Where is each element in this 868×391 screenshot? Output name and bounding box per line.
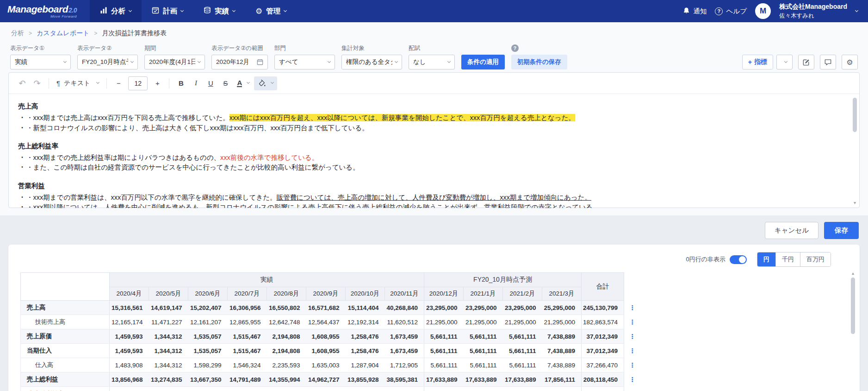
redo-button[interactable]: ↷ (30, 76, 44, 90)
row-menu-icon[interactable]: ⋮ (624, 372, 641, 387)
value-cell: 17,633,889 (464, 372, 503, 387)
calendar-icon (257, 59, 263, 65)
display-data-2-select[interactable]: FY20_10月時点予測 (77, 55, 138, 69)
bullet-icon: • (18, 202, 26, 208)
scroll-down-icon[interactable]: ▾ (852, 200, 858, 205)
note-editor: ↶ ↷ ¶ テキスト − 12 + B I U S A (8, 72, 860, 208)
table-scrollbar[interactable]: ▴ (850, 271, 856, 391)
allocation-select[interactable]: なし (409, 55, 455, 69)
value-cell: 16,550,802 (267, 301, 306, 315)
kpi-dropdown-button[interactable] (776, 55, 793, 69)
font-size-increase-button[interactable]: + (150, 76, 164, 90)
nav-item-plan[interactable]: 計画 (142, 0, 193, 22)
value-cell: 21,295,000 (464, 315, 503, 329)
breadcrumb-custom-report[interactable]: カスタムレポート (37, 29, 89, 38)
value-cell: 12,192,314 (346, 315, 385, 329)
scrollbar-thumb[interactable] (851, 277, 855, 334)
nav-item-admin[interactable]: ⚙ 管理 (245, 0, 297, 22)
chevron-down-icon (96, 81, 99, 84)
report-tools: +指標 ⚙ (742, 44, 858, 69)
bullet-icon: • (18, 193, 26, 202)
value-cell: 1,344,312 (149, 344, 188, 358)
help-circle-icon[interactable]: ? (511, 44, 519, 52)
table-row: 売上高15,316,56114,619,14715,202,40716,306,… (21, 301, 641, 315)
value-cell: 1,535,057 (188, 329, 228, 344)
row-menu-icon[interactable]: ⋮ (624, 315, 641, 329)
column-group-actual: 実績 (110, 273, 424, 287)
save-button[interactable]: 保存 (824, 222, 859, 239)
chevron-down-icon (328, 59, 331, 63)
chevron-right-icon: > (29, 30, 32, 37)
value-cell: 17,856,111 (542, 372, 582, 387)
row-menu-icon[interactable]: ⋮ (624, 344, 641, 358)
row-menu-icon[interactable]: ⋮ (624, 329, 641, 344)
nav-item-results[interactable]: 実績 (193, 0, 245, 22)
text-color-button[interactable]: A (233, 76, 253, 90)
italic-button[interactable]: I (189, 76, 203, 90)
save-default-conditions-button[interactable]: 初期条件の保存 (511, 55, 567, 69)
month-header: 2020/4月 (110, 287, 149, 301)
comment-button[interactable] (820, 55, 836, 69)
display-data-1-select[interactable]: 実績 (10, 55, 71, 69)
avatar[interactable]: M (755, 3, 771, 19)
scroll-up-icon[interactable]: ▴ (850, 271, 856, 276)
data2-range-date-input[interactable]: 2020年12月 (211, 55, 268, 69)
unit-thousand-yen-button[interactable]: 千円 (775, 252, 800, 266)
notifications-button[interactable]: 通知 (683, 7, 707, 16)
underline-button[interactable]: U (204, 76, 217, 90)
help-button[interactable]: ? ヘルプ (715, 7, 747, 16)
breadcrumb-analysis[interactable]: 分析 (11, 29, 24, 38)
aggregation-target-select[interactable]: 権限のある全タグ (341, 55, 402, 69)
value-cell: 5,661,111 (503, 358, 542, 372)
unit-yen-button[interactable]: 円 (757, 252, 775, 266)
value-cell: 1,483,908 (110, 358, 149, 372)
edit-note-button[interactable] (798, 55, 814, 69)
chevron-down-icon (130, 59, 134, 63)
apply-conditions-button[interactable]: 条件の適用 (461, 55, 505, 69)
value-cell: 5,661,111 (464, 329, 503, 344)
strikethrough-button[interactable]: S (218, 76, 232, 90)
value-cell: 90.29 % (306, 387, 346, 391)
row-menu-icon[interactable]: ⋮ (624, 301, 641, 315)
nav-item-analysis[interactable]: 分析 (90, 0, 142, 22)
question-circle-icon: ? (715, 7, 723, 15)
value-cell: 90.80 % (149, 387, 188, 391)
month-header: 2020/10月 (346, 287, 385, 301)
highlight-color-button[interactable] (254, 76, 277, 90)
note-bullet: •・また、この時期は自社の経営資源でのサービスを中心に行ってきたことが比較的高い… (18, 163, 837, 172)
font-size-decrease-button[interactable]: − (112, 76, 125, 90)
bold-button[interactable]: B (174, 76, 188, 90)
department-select[interactable]: すべて (274, 55, 335, 69)
scrollbar-thumb[interactable] (853, 98, 857, 132)
period-select[interactable]: 2020年度(4月1日〜9月 (144, 55, 205, 69)
cancel-button[interactable]: キャンセル (765, 222, 818, 239)
value-cell: 38,595,381 (385, 372, 424, 387)
value-cell: 16,571,682 (306, 301, 346, 315)
block-type-select[interactable]: ¶ テキスト (54, 79, 102, 88)
add-kpi-button[interactable]: +指標 (742, 55, 773, 69)
table-settings-button[interactable]: ⚙ (842, 55, 858, 69)
hide-zero-rows-label: 0円行の非表示 (686, 255, 725, 264)
value-cell: 1,598,299 (188, 358, 228, 372)
value-cell: 75.69 % (464, 387, 503, 391)
unit-million-yen-button[interactable]: 百万円 (800, 252, 831, 266)
bar-chart-icon (100, 6, 107, 16)
toolbar-divider (106, 78, 107, 88)
column-group-forecast: FY20_10月時点予測 (424, 273, 582, 287)
value-cell: 5,661,111 (424, 344, 464, 358)
font-size-input[interactable]: 12 (128, 76, 148, 90)
row-menu-icon[interactable]: ⋮ (624, 358, 641, 372)
brand-logo[interactable]: Manageboard2.0 Move Forward (7, 4, 77, 19)
undo-button[interactable]: ↶ (15, 76, 29, 90)
value-cell: 17,633,889 (503, 372, 542, 387)
value-cell: 23,295,000 (424, 301, 464, 315)
editor-scrollbar[interactable]: ▾ (852, 97, 858, 205)
account-menu[interactable]: 株式会社Manageboard 佐々木すみれ (779, 3, 847, 20)
value-cell: 75.69 % (424, 387, 464, 391)
editor-content[interactable]: 売上高•・xxx期までは売上高はxxx百万円を下回る売上高で推移していた。xxx… (9, 94, 859, 208)
avatar-initial: M (760, 6, 766, 16)
chevron-down-icon[interactable] (855, 8, 858, 12)
hide-zero-rows-toggle[interactable] (730, 255, 747, 264)
row-menu-icon[interactable]: ⋮ (624, 387, 641, 391)
value-cell: 86.73 % (267, 387, 306, 391)
